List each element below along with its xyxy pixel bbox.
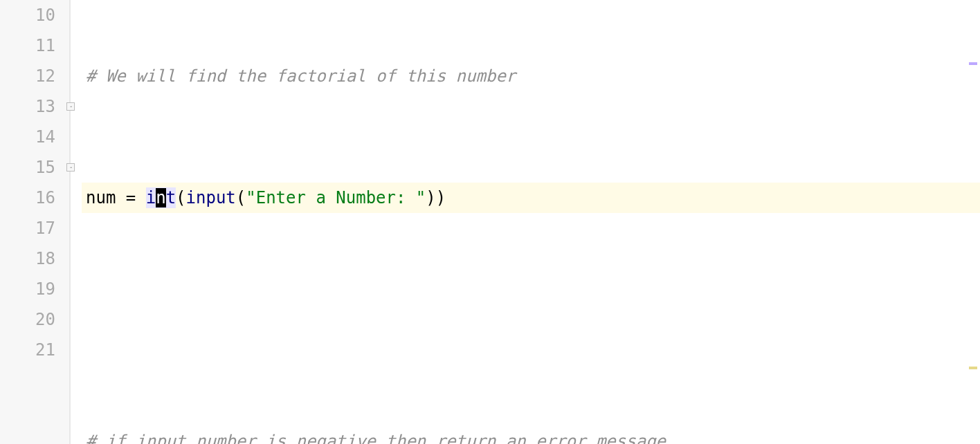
string-literal: "Enter a Number: " [246,188,426,207]
line-number: 13 [0,91,55,122]
line-number: 15 [0,152,55,183]
code-line[interactable]: # if input number is negative then retur… [82,426,980,444]
comment: # We will find the factorial of this num… [86,66,516,86]
line-number: 11 [0,30,55,61]
code-line-active[interactable]: num = int(input("Enter a Number: ")) [82,183,980,213]
fold-gutter: - - [69,0,82,444]
scrollbar-mark-highlight [969,62,977,65]
code-line[interactable] [82,304,980,335]
line-number: 16 [0,183,55,213]
operator: = [116,188,145,207]
line-number: 21 [0,335,55,365]
fold-start-icon[interactable]: - [66,102,75,111]
line-number-gutter: 10 11 12 13 14 15 16 17 18 19 20 21 [0,0,69,444]
code-editor[interactable]: # We will find the factorial of this num… [82,0,980,444]
line-number: 19 [0,274,55,304]
code-line[interactable]: # We will find the factorial of this num… [82,61,980,91]
fold-end-icon[interactable]: - [66,163,75,172]
text-cursor: n [156,188,165,207]
builtin-call: input [186,188,236,207]
line-number: 14 [0,122,55,152]
line-number: 10 [0,0,55,30]
comment: # if input number is negative then retur… [86,432,666,444]
line-number: 12 [0,61,55,91]
line-number: 17 [0,213,55,243]
scrollbar-mark-warning [969,367,977,369]
line-number: 20 [0,304,55,335]
variable: num [86,188,116,207]
line-number: 18 [0,243,55,274]
builtin-call: int [146,187,176,208]
